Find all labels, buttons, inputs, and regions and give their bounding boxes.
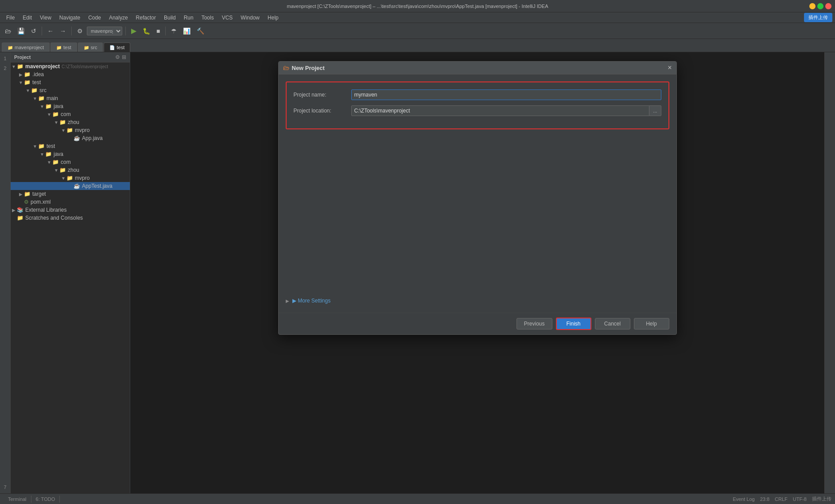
expand-arrow-icon: ▶ [286, 299, 289, 303]
help-button[interactable]: Help [634, 318, 669, 330]
toolbar-forward[interactable]: → [58, 26, 68, 36]
folder-icon-com-main: 📁 [52, 111, 59, 117]
folder-icon-test: 📁 [24, 79, 31, 85]
tree-node-src[interactable]: ▼ 📁 src [11, 86, 130, 94]
menu-run[interactable]: Run [180, 14, 197, 22]
tree-node-idea[interactable]: ▶ 📁 .idea [11, 70, 130, 78]
plugin-upload-button[interactable]: 插件上传 [804, 13, 832, 22]
tree-node-zhou-test[interactable]: ▼ 📁 zhou [11, 166, 130, 174]
maximize-button[interactable] [817, 3, 823, 9]
menu-file[interactable]: File [3, 14, 18, 22]
menu-help[interactable]: Help [264, 14, 282, 22]
cursor-position: 23:8 [760, 496, 769, 502]
toolbar-back[interactable]: ← [45, 26, 56, 36]
toolbar-stop-button[interactable]: ■ [154, 26, 162, 36]
tree-node-com-test[interactable]: ▼ 📁 com [11, 158, 130, 166]
cancel-button[interactable]: Cancel [595, 318, 630, 330]
finish-button[interactable]: Finish [556, 318, 591, 330]
status-bar: Terminal 6: TODO Event Log 23:8 CRLF UTF… [0, 493, 835, 504]
toolbar-coverage-button[interactable]: ☂ [169, 26, 179, 36]
folder-icon-mavenproject: 📁 [17, 63, 23, 70]
toolbar-configuration-dropdown[interactable]: mavenproject [87, 27, 122, 35]
status-tabs: Terminal 6: TODO [4, 496, 60, 503]
file-icon: 📄 [109, 45, 115, 50]
tree-node-java-test[interactable]: ▼ 📁 java [11, 150, 130, 158]
toolbar-build-button[interactable]: 🔨 [194, 26, 206, 36]
dialog-title: New Project [292, 65, 668, 71]
folder-icon-zhou-test: 📁 [59, 167, 66, 173]
menu-refactor[interactable]: Refactor [132, 14, 159, 22]
tree-node-mavenproject[interactable]: ▼ 📁 mavenproject C:\ZTools\mavenproject [11, 62, 130, 70]
tree-node-test-src[interactable]: ▼ 📁 test [11, 142, 130, 150]
folder-icon-target: 📁 [24, 191, 31, 197]
folder-icon-idea: 📁 [24, 71, 31, 78]
tree-node-mvpro-test[interactable]: ▼ 📁 mvpro [11, 174, 130, 182]
todo-tab[interactable]: 6: TODO [31, 496, 60, 503]
toolbar-profile-button[interactable]: 📊 [181, 26, 193, 36]
tree-node-test[interactable]: ▼ 📁 test [11, 78, 130, 86]
dialog-close-button[interactable]: × [668, 64, 672, 71]
menu-tools[interactable]: Tools [198, 14, 217, 22]
menu-window[interactable]: Window [237, 14, 263, 22]
tree-node-main[interactable]: ▼ 📁 main [11, 94, 130, 102]
vtab-project[interactable]: 1 [1, 54, 10, 63]
menu-edit[interactable]: Edit [19, 14, 35, 22]
project-settings-section: Project name: Project location: ... [286, 81, 669, 129]
tree-node-ext-libs[interactable]: ▶ 📚 External Libraries [11, 206, 130, 214]
tab-src[interactable]: 📁 src [78, 43, 103, 52]
tree-node-java-main[interactable]: ▼ 📁 java [11, 102, 130, 110]
toolbar-settings[interactable]: ⚙ [75, 26, 85, 36]
toolbar-refresh[interactable]: ↺ [29, 26, 39, 36]
toolbar-new-project[interactable]: 🗁 [3, 26, 13, 36]
modal-backdrop: 🗁 New Project × Project name: [130, 52, 824, 493]
editor-tabs-row: 📁 mavenproject 📁 test 📁 src 📄 test [0, 39, 835, 52]
xml-icon-pom: ⚙ [24, 199, 29, 205]
menu-vcs[interactable]: VCS [218, 14, 237, 22]
project-name-input[interactable] [351, 89, 661, 100]
tree-node-com-main[interactable]: ▼ 📁 com [11, 110, 130, 118]
terminal-tab[interactable]: Terminal [4, 496, 31, 503]
minimize-button[interactable] [809, 3, 816, 9]
tree-node-apptest-java[interactable]: ▶ ☕ AppTest.java [11, 182, 130, 190]
menu-code[interactable]: Code [85, 14, 105, 22]
menu-navigate[interactable]: Navigate [56, 14, 84, 22]
project-location-label: Project location: [294, 108, 351, 114]
more-settings-toggle[interactable]: ▶ ▶ More Settings [286, 296, 669, 306]
title-bar-controls [809, 3, 831, 9]
toolbar-save[interactable]: 💾 [15, 26, 27, 36]
menu-bar: File Edit View Navigate Code Analyze Ref… [0, 12, 835, 23]
tree-node-scratches[interactable]: ▶ 📁 Scratches and Consoles [11, 214, 130, 222]
tab-mavenproject[interactable]: 📁 mavenproject [2, 43, 50, 52]
tree-node-pom-xml[interactable]: ▶ ⚙ pom.xml [11, 198, 130, 206]
sidebar-header: Project ⚙ ⊞ [11, 52, 130, 62]
sidebar-expand-icon[interactable]: ⊞ [122, 54, 126, 60]
menu-analyze[interactable]: Analyze [105, 14, 132, 22]
lib-icon-ext-libs: 📚 [17, 207, 23, 213]
project-location-input[interactable] [351, 105, 650, 116]
previous-button[interactable]: Previous [517, 318, 552, 330]
tab-test-1[interactable]: 📁 test [50, 43, 77, 52]
vtab-structure[interactable]: 7 [1, 483, 10, 492]
folder-icon: 📁 [8, 45, 13, 50]
folder-icon-src: 📁 [31, 87, 38, 93]
toolbar-separator-1 [42, 27, 42, 35]
toolbar-run-button[interactable]: ▶ [129, 25, 139, 36]
toolbar-debug-button[interactable]: 🐛 [140, 26, 152, 36]
dialog-empty-space [286, 136, 669, 296]
dialog-body: Project name: Project location: ... [279, 74, 676, 313]
left-vtabs: 1 2 7 [0, 52, 11, 493]
project-tree: ▼ 📁 mavenproject C:\ZTools\mavenproject … [11, 62, 130, 222]
tree-node-zhou-main[interactable]: ▼ 📁 zhou [11, 118, 130, 126]
menu-view[interactable]: View [36, 14, 55, 22]
browse-button[interactable]: ... [649, 105, 661, 116]
close-button[interactable] [825, 3, 831, 9]
tree-node-app-java[interactable]: ▶ ☕ App.java [11, 134, 130, 142]
tab-test-2[interactable]: 📄 test [104, 43, 130, 52]
tree-node-target[interactable]: ▶ 📁 target [11, 190, 130, 198]
vtab-favorites[interactable]: 2 [1, 64, 10, 73]
event-log-label[interactable]: Event Log [733, 496, 755, 502]
sidebar-settings-icon[interactable]: ⚙ [115, 54, 120, 60]
title-bar: mavenproject [C:\ZTools\mavenproject] – … [0, 0, 835, 12]
tree-node-mvpro-main[interactable]: ▼ 📁 mvpro [11, 126, 130, 134]
menu-build[interactable]: Build [160, 14, 179, 22]
